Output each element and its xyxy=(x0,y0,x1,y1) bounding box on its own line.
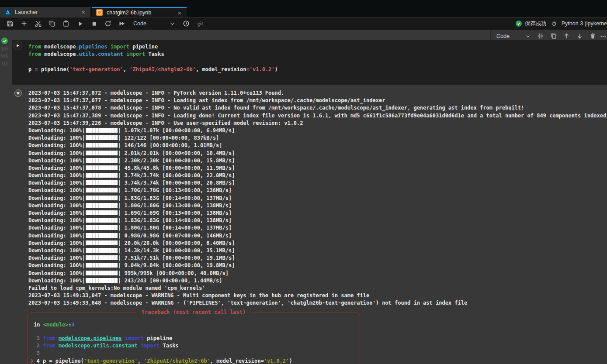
notebook-toolbar: Code git 保存成功 Python 3 (ipykerne xyxy=(0,17,607,30)
download-progress-line: Downloading: 100%|| 146/146 [00:00<00:00… xyxy=(28,142,606,149)
progress-bar xyxy=(86,278,118,283)
restart-kernel-button[interactable] xyxy=(104,20,112,27)
cell-type-dropdown[interactable]: Code xyxy=(133,21,175,27)
traceback-line: 1 from modelscope.pipelines import pipel… xyxy=(30,335,292,342)
debugger-bug-icon[interactable] xyxy=(551,21,557,27)
move-cell-up-button[interactable] xyxy=(563,32,570,40)
cell-type-dropdown[interactable]: Code xyxy=(496,33,531,39)
log-line: 2023-07-03 15:47:37,389 - modelscope - I… xyxy=(28,112,606,120)
notebook-area: Code ⋯ 1分钟57秒 from model xyxy=(0,30,607,364)
download-progress-line: Downloading: 100%|| 3.74k/3.74k [00:00<0… xyxy=(28,172,606,179)
code-editor[interactable]: from modelscope.pipelines import pipelin… xyxy=(28,43,278,73)
move-cell-down-button[interactable] xyxy=(576,32,583,40)
download-progress-line: Downloading: 100%|| 1.80G/1.80G [00:13<0… xyxy=(28,202,606,209)
log-line: 2023-07-03 15:47:37,072 - modelscope - I… xyxy=(28,89,606,97)
interrupt-kernel-button[interactable] xyxy=(90,20,98,27)
progress-bar xyxy=(86,255,118,260)
progress-bar xyxy=(86,135,118,140)
run-cell-button[interactable] xyxy=(13,41,22,50)
progress-bar xyxy=(86,233,118,238)
execution-time-line: 钟5 xyxy=(1,53,8,60)
chevron-down-icon xyxy=(170,21,175,27)
download-progress-lines: Downloading: 100%|| 1.07k/1.07k [00:00<0… xyxy=(28,127,606,285)
notebook-icon xyxy=(96,9,103,16)
collapse-cell-button[interactable] xyxy=(537,32,544,40)
download-progress-line: Downloading: 100%|| 0.98G/0.98G [00:07<0… xyxy=(28,232,606,240)
download-progress-line: Downloading: 100%|| 7.51k/7.51k [00:00<0… xyxy=(28,254,606,262)
log-line: 2023-07-03 15:47:37,078 - modelscope - I… xyxy=(28,104,606,112)
progress-bar xyxy=(86,158,118,163)
traceback-line: 3 xyxy=(30,350,292,357)
traceback-code: 1 from modelscope.pipelines import pipel… xyxy=(30,335,292,364)
progress-bar xyxy=(86,218,118,223)
progress-bar xyxy=(86,151,118,155)
progress-bar xyxy=(86,180,118,185)
log-line: 2023-07-03 15:47:39,226 - modelscope - I… xyxy=(28,120,606,127)
progress-bar xyxy=(86,143,118,148)
traceback-box: Traceback (most recent call last) in <mo… xyxy=(27,312,360,364)
progress-bar xyxy=(86,248,118,253)
download-progress-line: Downloading: 100%|| 2.01k/2.01k [00:00<0… xyxy=(28,150,606,157)
download-progress-line: Downloading: 100%|| 1.83G/1.83G [00:14<0… xyxy=(28,217,606,224)
chevron-down-icon xyxy=(525,34,531,39)
cell-success-icon xyxy=(1,38,8,44)
paste-cells-button[interactable] xyxy=(62,20,70,27)
kernel-name[interactable]: Python 3 (ipykerne xyxy=(562,21,607,27)
cell-type-value: Code xyxy=(496,33,510,39)
cell-type-value: Code xyxy=(133,21,146,27)
traceback-line: 2 from modelscope.utils.constant import … xyxy=(30,342,292,350)
download-progress-line: Downloading: 100%|| 1.80G/1.80G [00:14<0… xyxy=(28,224,606,232)
log-line: 2023-07-03 15:49:33,048 - modelscope - W… xyxy=(28,299,606,307)
code-line: from modelscope.utils.constant import Ta… xyxy=(28,51,278,58)
copy-cells-button[interactable] xyxy=(49,20,56,27)
delete-cell-button[interactable] xyxy=(589,32,597,40)
insert-cell-button[interactable] xyxy=(21,20,28,27)
code-line: p = pipeline('text-generation', 'ZhipuAI… xyxy=(28,66,278,73)
close-tab-icon[interactable]: × xyxy=(177,10,182,16)
cut-cells-button[interactable] xyxy=(35,20,42,27)
save-status-text: 保存成功 xyxy=(525,20,547,27)
progress-bar xyxy=(86,128,118,133)
download-progress-line: Downloading: 100%|| 122/122 [00:00<00:00… xyxy=(28,134,606,142)
run-button[interactable] xyxy=(76,20,84,27)
cell-output: 2023-07-03 15:47:37,072 - modelscope - I… xyxy=(28,89,606,307)
tab-label: chatglm2-6b.ipynb xyxy=(107,10,173,16)
log-line: 2023-07-03 15:47:37,077 - modelscope - I… xyxy=(28,97,606,104)
download-progress-line: Downloading: 100%|| 2.30k/2.30k [00:00<0… xyxy=(28,157,606,165)
progress-bar xyxy=(86,225,118,230)
tab-launcher[interactable]: Launcher × xyxy=(0,7,90,17)
log-warning-lines: Failed to load cpm_kernels:No module nam… xyxy=(28,285,606,307)
git-label[interactable]: git xyxy=(198,21,203,27)
save-button[interactable] xyxy=(7,20,14,27)
download-progress-line: Downloading: 100%|| 20.0k/20.0k [00:00<0… xyxy=(28,240,606,247)
download-progress-line: Downloading: 100%|| 14.3k/14.3k [00:00<0… xyxy=(28,247,606,254)
duplicate-cell-button[interactable] xyxy=(550,32,557,40)
jupyterlab-logo-icon xyxy=(4,9,11,16)
download-progress-line: Downloading: 100%|| 1.07k/1.07k [00:00<0… xyxy=(28,127,606,134)
code-cell[interactable]: from modelscope.pipelines import pipelin… xyxy=(12,40,607,85)
progress-bar xyxy=(86,210,118,215)
tab-label: Launcher xyxy=(15,9,77,15)
toolbar-status-area: 保存成功 Python 3 (ipykerne xyxy=(516,20,607,27)
download-progress-line: Downloading: 100%|| 3.74k/3.74k [00:00<0… xyxy=(28,179,606,187)
traceback-location: in <module>:4 xyxy=(34,321,75,329)
clear-output-button[interactable] xyxy=(14,89,22,97)
log-line: Failed to load cpm_kernels:No module nam… xyxy=(28,285,606,292)
traceback-line: in <module>:4 xyxy=(34,321,75,329)
more-actions-button[interactable]: ⋯ xyxy=(600,33,607,40)
progress-bar xyxy=(86,196,118,200)
progress-bar xyxy=(86,203,118,208)
close-tab-icon[interactable]: × xyxy=(80,9,86,15)
download-progress-line: Downloading: 100%|| 1.83G/1.83G [00:14<0… xyxy=(28,195,606,202)
restart-run-all-button[interactable] xyxy=(118,20,126,27)
traceback-title: Traceback (most recent call last) xyxy=(137,309,250,315)
traceback-line: ❱ 4 p = pipeline('text-generation', 'Zhi… xyxy=(30,357,292,364)
download-progress-line: Downloading: 100%|| 9.04k/9.04k [00:00<0… xyxy=(28,262,606,269)
log-line: 2023-07-03 15:49:33,047 - modelscope - W… xyxy=(28,292,606,299)
code-line xyxy=(28,58,278,65)
tab-notebook[interactable]: chatglm2-6b.ipynb × xyxy=(92,7,187,17)
save-success-icon xyxy=(516,21,522,27)
history-clock-button[interactable] xyxy=(182,20,190,27)
download-progress-line: Downloading: 100%|| 995k/995k [00:00<00:… xyxy=(28,270,606,277)
log-info-lines: 2023-07-03 15:47:37,072 - modelscope - I… xyxy=(28,89,606,127)
